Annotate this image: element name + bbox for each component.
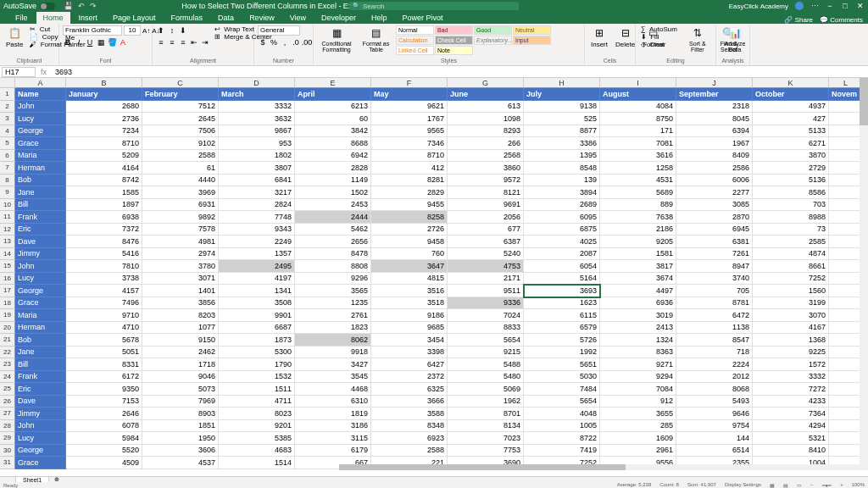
data-cell[interactable]: 9621 — [371, 101, 448, 114]
data-cell[interactable]: 5726 — [524, 334, 600, 347]
name-cell[interactable]: Frank — [15, 211, 66, 224]
data-cell[interactable]: 2012 — [676, 371, 753, 384]
data-cell[interactable]: 8409 — [676, 150, 753, 163]
name-cell[interactable]: Jimmy — [15, 248, 66, 261]
data-cell[interactable]: 6514 — [676, 445, 753, 458]
header-cell[interactable]: August — [600, 88, 676, 101]
data-cell[interactable]: 7153 — [66, 396, 142, 408]
column-header[interactable]: L — [829, 78, 863, 88]
style-input[interactable]: Input — [513, 36, 551, 45]
name-cell[interactable]: Grace — [15, 457, 66, 469]
data-cell[interactable]: 2645 — [142, 113, 219, 125]
name-cell[interactable]: Dave — [15, 396, 66, 408]
data-cell[interactable]: 3606 — [142, 445, 219, 458]
data-cell[interactable]: 1395 — [524, 150, 600, 163]
data-cell[interactable] — [829, 309, 863, 322]
align-right-icon[interactable]: ≡ — [178, 37, 188, 47]
data-cell[interactable]: 8808 — [295, 260, 371, 273]
data-cell[interactable]: 3070 — [753, 309, 829, 322]
data-cell[interactable]: 3545 — [295, 371, 371, 384]
row-header[interactable]: 26 — [0, 396, 15, 408]
data-cell[interactable]: 5678 — [66, 334, 142, 347]
data-cell[interactable]: 6006 — [676, 175, 753, 187]
percent-icon[interactable]: % — [269, 37, 279, 47]
data-cell[interactable]: 2453 — [295, 199, 371, 212]
analyze-data-button[interactable]: 📊Analyze Data — [720, 25, 750, 53]
data-cell[interactable]: 3516 — [371, 285, 448, 297]
data-cell[interactable]: 2413 — [600, 322, 676, 335]
row-header[interactable]: 10 — [0, 199, 15, 212]
data-cell[interactable]: 2761 — [295, 309, 371, 322]
data-cell[interactable]: 8742 — [66, 175, 142, 187]
data-cell[interactable]: 2828 — [295, 162, 371, 175]
data-cell[interactable]: 3199 — [753, 297, 829, 310]
data-cell[interactable]: 61 — [142, 162, 219, 175]
data-cell[interactable]: 2824 — [219, 199, 295, 212]
data-cell[interactable]: 6310 — [295, 396, 371, 408]
data-cell[interactable]: 1581 — [600, 248, 676, 261]
data-cell[interactable]: 1005 — [524, 420, 600, 433]
data-cell[interactable]: 4683 — [219, 445, 295, 458]
data-cell[interactable]: 1324 — [600, 334, 676, 347]
data-cell[interactable]: 4874 — [753, 248, 829, 261]
data-cell[interactable]: 3071 — [142, 273, 219, 286]
data-cell[interactable]: 1357 — [219, 248, 295, 261]
data-cell[interactable]: 1368 — [753, 334, 829, 347]
data-cell[interactable]: 6923 — [371, 432, 448, 445]
data-cell[interactable]: 9901 — [219, 309, 295, 322]
data-cell[interactable]: 7810 — [66, 260, 142, 273]
decrease-decimal-icon[interactable]: .00 — [302, 37, 312, 47]
data-cell[interactable]: 8548 — [524, 162, 600, 175]
data-cell[interactable]: 2689 — [524, 199, 600, 212]
data-cell[interactable]: 8722 — [524, 432, 600, 445]
align-center-icon[interactable]: ≡ — [167, 37, 177, 47]
data-cell[interactable]: 6687 — [219, 322, 295, 335]
view-page-icon[interactable]: ▤ — [783, 482, 788, 488]
data-cell[interactable]: 5493 — [676, 396, 753, 408]
data-cell[interactable] — [829, 260, 863, 273]
data-cell[interactable]: 9150 — [142, 334, 219, 347]
data-cell[interactable]: 2680 — [66, 101, 142, 114]
data-cell[interactable]: 1851 — [142, 420, 219, 433]
view-normal-icon[interactable]: ▦ — [770, 482, 775, 488]
data-cell[interactable]: 3332 — [753, 371, 829, 384]
data-cell[interactable]: 3655 — [600, 408, 676, 420]
increase-decimal-icon[interactable]: .0 — [291, 37, 301, 47]
data-cell[interactable]: 5480 — [448, 371, 524, 384]
column-header[interactable]: H — [524, 78, 600, 88]
header-cell[interactable]: March — [219, 88, 295, 101]
data-cell[interactable]: 6115 — [524, 309, 600, 322]
style-note[interactable]: Note — [435, 46, 473, 55]
data-cell[interactable]: 4197 — [219, 273, 295, 286]
data-cell[interactable]: 8068 — [676, 383, 753, 396]
data-cell[interactable] — [829, 248, 863, 261]
data-cell[interactable]: 3738 — [66, 273, 142, 286]
data-cell[interactable] — [829, 199, 863, 212]
italic-button[interactable]: I — [74, 37, 84, 47]
data-cell[interactable]: 7272 — [753, 383, 829, 396]
autosum-button[interactable]: ∑ AutoSum — [639, 25, 681, 33]
data-cell[interactable]: 6936 — [600, 297, 676, 310]
delete-cells-button[interactable]: ⊟Delete — [613, 25, 637, 49]
data-cell[interactable]: 2586 — [676, 162, 753, 175]
view-break-icon[interactable]: ▭ — [797, 482, 802, 488]
data-cell[interactable]: 3454 — [371, 334, 448, 347]
name-cell[interactable]: Eric — [15, 383, 66, 396]
fx-icon[interactable]: fx — [41, 68, 47, 76]
row-header[interactable]: 24 — [0, 371, 15, 384]
data-cell[interactable]: 2056 — [448, 211, 524, 224]
data-cell[interactable]: 6472 — [676, 309, 753, 322]
header-cell[interactable]: February — [142, 88, 219, 101]
data-cell[interactable]: 139 — [524, 175, 600, 187]
data-cell[interactable] — [829, 137, 863, 150]
data-cell[interactable]: 1514 — [219, 457, 295, 469]
data-cell[interactable]: 1098 — [448, 113, 524, 125]
indent-inc-icon[interactable]: ⇥ — [200, 37, 210, 47]
data-cell[interactable]: 3632 — [219, 113, 295, 125]
style-check-cell[interactable]: Check Cell — [435, 36, 473, 45]
data-cell[interactable]: 7638 — [600, 211, 676, 224]
data-cell[interactable]: 4710 — [66, 322, 142, 335]
data-cell[interactable]: 6942 — [295, 150, 371, 163]
data-cell[interactable]: 9565 — [371, 125, 448, 138]
data-cell[interactable]: 7419 — [524, 445, 600, 458]
